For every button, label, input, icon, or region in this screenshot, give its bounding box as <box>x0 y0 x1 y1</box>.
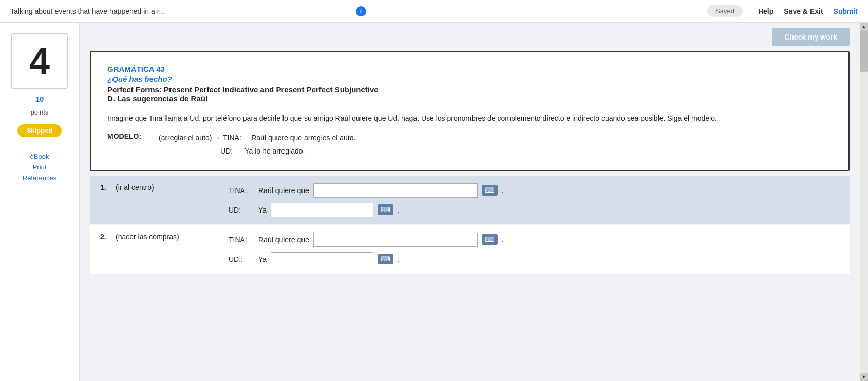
check-btn-row: Check my work <box>80 23 860 46</box>
skipped-badge: Skipped <box>17 124 62 137</box>
keyboard-icon-ud-1: ⌨ <box>381 206 390 214</box>
grammar-section: D. Las sugerencias de Raúl <box>107 94 832 103</box>
sidebar: 4 10 points Skipped eBook Print Referenc… <box>0 23 80 381</box>
save-exit-link[interactable]: Save & Exit <box>784 7 823 15</box>
ud-dot-2: . <box>398 255 400 263</box>
grammar-title: Perfect Forms: Present Perfect Indicativ… <box>107 85 832 94</box>
exercise-section: 1. (ir al centro) TINA: Raúl quiere que … <box>90 176 850 275</box>
question-number-box: 4 <box>11 33 68 89</box>
modelo-ud-text: Ya lo he arreglado. <box>244 147 305 155</box>
scroll-up-arrow[interactable]: ▲ <box>860 23 868 31</box>
print-link[interactable]: Print <box>33 163 47 171</box>
saved-status: Saved <box>707 5 743 17</box>
keyboard-icon-tina-1: ⌨ <box>485 186 495 194</box>
topbar-actions: Help Save & Exit Submit <box>758 7 858 15</box>
ud-input-2[interactable] <box>271 252 373 266</box>
modelo-ud-label: UD: <box>220 147 233 155</box>
tina-label-2: TINA: <box>229 236 254 244</box>
tina-dot-1: . <box>502 186 504 195</box>
modelo-content: (arreglar el auto) → TINA: Raúl quiere q… <box>159 132 355 158</box>
scroll-thumb <box>860 31 868 72</box>
modelo-ud-row: UD: Ya lo he arreglado. <box>159 145 355 158</box>
ud-row-2: UD.: Ya ⌨ . <box>229 252 839 266</box>
exercise-row-2: 2. (hacer las compras) TINA: Raúl quiere… <box>90 225 850 274</box>
ud-label-1: UD: <box>229 206 254 214</box>
tina-prefix-1: Raúl quiere que <box>258 186 309 195</box>
points-label: points <box>31 108 49 116</box>
keyboard-btn-ud-2[interactable]: ⌨ <box>378 254 393 264</box>
keyboard-btn-tina-1[interactable]: ⌨ <box>482 185 498 196</box>
page-title: Talking about events that have happened … <box>10 7 352 15</box>
points-value: 10 <box>35 94 44 103</box>
ud-dot-1: . <box>398 206 400 214</box>
references-link[interactable]: References <box>23 174 56 182</box>
submit-link[interactable]: Submit <box>834 7 858 15</box>
keyboard-icon-tina-2: ⌨ <box>485 236 495 243</box>
ud-input-1[interactable] <box>271 203 373 217</box>
exercise-hint-1: (ir al centro) <box>116 183 229 192</box>
exercise-row-1: 1. (ir al centro) TINA: Raúl quiere que … <box>90 176 850 224</box>
keyboard-icon-ud-2: ⌨ <box>381 255 390 263</box>
scrollbar[interactable]: ▲ ▼ <box>860 23 868 381</box>
tina-row-2: TINA: Raúl quiere que ⌨ . <box>229 233 839 247</box>
ud-prefix-2: Ya <box>258 255 267 263</box>
ud-row-1: UD: Ya ⌨ . <box>229 203 839 217</box>
help-link[interactable]: Help <box>758 7 773 15</box>
scroll-track <box>860 31 868 373</box>
tina-input-2[interactable] <box>313 233 478 247</box>
modelo-tina-row: (arreglar el auto) → TINA: Raúl quiere q… <box>159 132 355 144</box>
grammar-instructions: Imagine que Tina llama a Ud. por teléfon… <box>107 113 832 124</box>
points-display: 10 <box>35 94 44 103</box>
check-my-work-button[interactable]: Check my work <box>772 28 850 46</box>
exercise-num-1: 1. <box>100 183 116 192</box>
tina-row-1: TINA: Raúl quiere que ⌨ . <box>229 183 839 198</box>
grammar-card: GRAMÁTICA 43 ¿Qué has hecho? Perfect For… <box>90 51 850 171</box>
modelo-label: MODELO: <box>107 132 148 140</box>
tina-prefix-2: Raúl quiere que <box>258 236 309 244</box>
keyboard-btn-ud-1[interactable]: ⌨ <box>378 204 393 215</box>
ebook-link[interactable]: eBook <box>30 153 49 160</box>
exercise-num-2: 2. <box>100 233 116 241</box>
topbar: Talking about events that have happened … <box>0 0 868 23</box>
info-icon[interactable]: i <box>356 6 366 16</box>
tina-input-1[interactable] <box>313 183 478 198</box>
grammar-label: GRAMÁTICA 43 <box>107 65 832 73</box>
keyboard-btn-tina-2[interactable]: ⌨ <box>482 234 498 245</box>
exercise-hint-2: (hacer las compras) <box>116 233 229 241</box>
grammar-subtitle: ¿Qué has hecho? <box>107 74 832 83</box>
question-number: 4 <box>29 40 50 82</box>
modelo-hint: (arreglar el auto) → TINA: <box>159 134 241 142</box>
ud-prefix-1: Ya <box>258 206 267 214</box>
content-area: Check my work GRAMÁTICA 43 ¿Qué has hech… <box>80 23 860 381</box>
ud-label-2: UD.: <box>229 255 254 263</box>
tina-label-1: TINA: <box>229 186 254 195</box>
sidebar-links: eBook Print References <box>23 153 56 182</box>
scroll-down-arrow[interactable]: ▼ <box>860 373 868 381</box>
modelo-tina-text: Raúl quiere que arregles el auto. <box>251 134 355 142</box>
main-layout: 4 10 points Skipped eBook Print Referenc… <box>0 23 868 381</box>
modelo-row: MODELO: (arreglar el auto) → TINA: Raúl … <box>107 132 832 158</box>
exercise-fields-2: TINA: Raúl quiere que ⌨ . UD.: Ya ⌨ <box>229 233 839 266</box>
exercise-fields-1: TINA: Raúl quiere que ⌨ . UD: Ya ⌨ <box>229 183 839 217</box>
tina-dot-2: . <box>502 236 504 244</box>
